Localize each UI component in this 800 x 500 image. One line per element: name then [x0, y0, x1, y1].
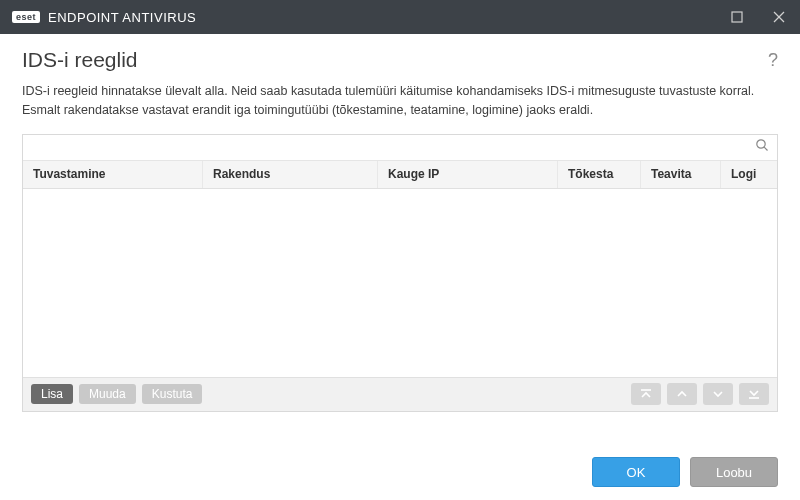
cancel-button[interactable]: Loobu	[690, 457, 778, 487]
column-log[interactable]: Logi	[721, 161, 777, 188]
minimize-icon	[731, 11, 743, 23]
svg-line-4	[764, 147, 767, 150]
chevron-top-icon	[640, 388, 652, 400]
svg-rect-0	[732, 12, 742, 22]
help-icon[interactable]: ?	[768, 50, 778, 71]
column-remote-ip[interactable]: Kauge IP	[378, 161, 558, 188]
column-detection[interactable]: Tuvastamine	[23, 161, 203, 188]
column-notify[interactable]: Teavita	[641, 161, 721, 188]
rules-grid: Tuvastamine Rakendus Kauge IP Tõkesta Te…	[22, 134, 778, 412]
search-icon[interactable]	[755, 138, 771, 156]
move-bottom-button	[739, 383, 769, 405]
dialog-footer: OK Loobu	[0, 444, 800, 500]
svg-point-3	[757, 140, 765, 148]
chevron-down-icon	[712, 388, 724, 400]
add-button[interactable]: Lisa	[31, 384, 73, 404]
column-application[interactable]: Rakendus	[203, 161, 378, 188]
column-block[interactable]: Tõkesta	[558, 161, 641, 188]
ok-button[interactable]: OK	[592, 457, 680, 487]
chevron-up-icon	[676, 388, 688, 400]
chevron-bottom-icon	[748, 388, 760, 400]
app-title: ENDPOINT ANTIVIRUS	[48, 10, 196, 25]
page-description: IDS-i reegleid hinnatakse ülevalt alla. …	[0, 76, 800, 134]
search-input[interactable]	[31, 136, 755, 158]
edit-button: Muuda	[79, 384, 136, 404]
delete-button: Kustuta	[142, 384, 203, 404]
grid-toolbar: Lisa Muuda Kustuta	[23, 377, 777, 411]
move-top-button	[631, 383, 661, 405]
close-button[interactable]	[758, 0, 800, 34]
page-title: IDS-i reeglid	[22, 48, 768, 72]
grid-body	[23, 189, 777, 377]
titlebar: eset ENDPOINT ANTIVIRUS	[0, 0, 800, 34]
move-down-button	[703, 383, 733, 405]
brand-badge: eset	[12, 11, 40, 23]
close-icon	[773, 11, 785, 23]
move-up-button	[667, 383, 697, 405]
grid-header: Tuvastamine Rakendus Kauge IP Tõkesta Te…	[23, 161, 777, 189]
page-header: IDS-i reeglid ?	[0, 34, 800, 76]
minimize-button[interactable]	[716, 0, 758, 34]
search-row	[23, 135, 777, 161]
